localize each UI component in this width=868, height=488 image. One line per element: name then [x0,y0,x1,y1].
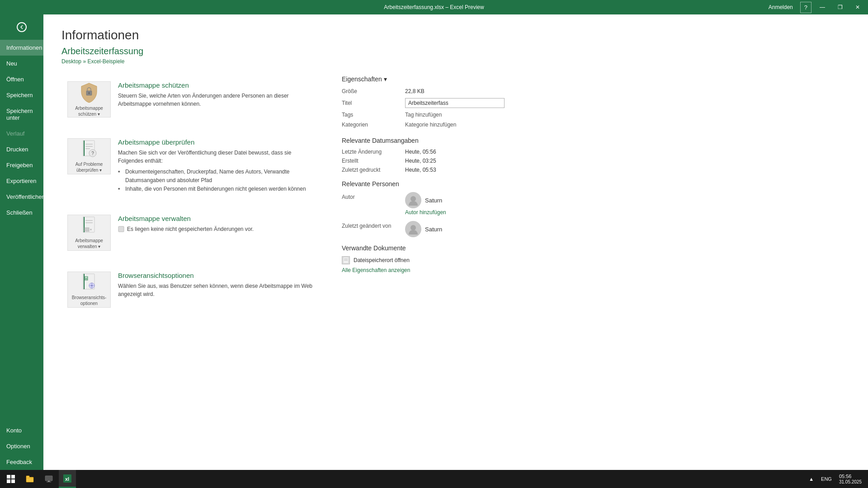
right-panel: Eigenschaften ▾ Größe 22,8 KB Titel Tags… [342,75,850,323]
card-icon-ueberpruefen[interactable]: ? Auf Problemeüberprüfen ▾ [67,138,111,174]
card-title-browseransicht[interactable]: Browseransichtsoptionen [118,272,318,279]
sidebar-item-verlauf: Verlauf [0,126,43,141]
close-button[interactable]: ✕ [851,2,864,12]
breadcrumb-excel-beispiele[interactable]: Excel-Beispiele [87,58,124,65]
svg-rect-35 [45,476,52,481]
svg-point-24 [410,196,416,202]
sidebar-item-freigeben[interactable]: Freigeben [0,157,43,173]
back-button[interactable] [13,18,31,36]
prop-label-titel: Titel [342,100,405,106]
card-title-ueberpruefen[interactable]: Arbeitsmappe überprüfen [118,138,318,146]
breadcrumb-separator: » [83,58,87,65]
taskbar-time[interactable]: 05:5631.05.2025 [836,472,864,486]
card-browseransicht: xl Browseransichts-optionen Browseransic… [61,266,324,314]
prop-input-titel[interactable] [405,98,505,108]
date-label-gedruckt: Zuletzt gedruckt [342,167,405,173]
card-icon-browseransicht[interactable]: xl Browseransichts-optionen [67,272,111,308]
card-body-verwalten: Arbeitsmappe verwalten Es liegen keine n… [118,215,318,233]
start-button[interactable] [2,470,20,488]
properties-header[interactable]: Eigenschaften ▾ [342,75,850,83]
card-bullets-ueberpruefen: Dokumenteigenschaften, Druckerpfad, Name… [118,168,318,194]
sidebar-item-konto[interactable]: Konto [0,422,43,438]
card-desc-schuetzen: Steuern Sie, welche Arten von Änderungen… [118,92,318,108]
svg-rect-30 [11,475,15,479]
back-arrow-icon [17,22,27,32]
card-title-schuetzen[interactable]: Arbeitsmappe schützen [118,81,318,89]
date-row-erstellt: Erstellt Heute, 03:25 [342,158,850,164]
sidebar-item-optionen[interactable]: Optionen [0,438,43,454]
file-explorer-button[interactable] [21,470,39,488]
svg-rect-16 [118,226,124,232]
restore-button[interactable]: ❐ [833,2,847,12]
card-desc-browseransicht: Wählen Sie aus, was Benutzer sehen könne… [118,282,318,298]
prop-link-tags[interactable]: Tag hinzufügen [405,112,442,118]
sidebar-item-schliessen[interactable]: Schließen [0,205,43,221]
prop-row-tags: Tags Tag hinzufügen [342,112,850,118]
bullet-2: Inhalte, die von Personen mit Behinderun… [118,185,318,193]
svg-rect-13 [85,228,89,231]
taskbar-right: ▲ ENG 05:5631.05.2025 [806,472,868,486]
sidebar-item-informationen[interactable]: Informationen [0,40,43,56]
sidebar-item-exportieren[interactable]: Exportieren [0,173,43,189]
minimize-button[interactable]: — [815,2,830,12]
person-info-autor: Saturn Autor hinzufügen [405,192,446,216]
content-grid: Arbeitsmappeschützen ▾ Arbeitsmappe schü… [61,75,850,323]
date-value-letzte: Heute, 05:56 [405,149,436,155]
svg-rect-18 [84,274,85,289]
person-row-zuletzt: Zuletzt geändert von Saturn [342,221,850,237]
related-item-dateispeicherort[interactable]: Dateispeicherort öffnen [342,256,850,264]
sidebar: Informationen Neu Öffnen Speichern Speic… [0,14,43,470]
person-row-autor: Autor Saturn Autor hinzufügen [342,192,850,216]
prop-link-kategorien[interactable]: Kategorie hinzufügen [405,122,456,128]
person-label-zuletzt: Zuletzt geändert von [342,221,405,229]
sidebar-item-veroffentlichen[interactable]: Veröffentlichen [0,189,43,205]
breadcrumb: Desktop » Excel-Beispiele [61,58,850,65]
person-name-zuletzt: Saturn [425,226,442,233]
bullet-1: Dokumenteigenschaften, Druckerpfad, Name… [118,168,318,185]
card-ueberpruefen: ? Auf Problemeüberprüfen ▾ Arbeitsmappe … [61,132,324,200]
taskbar-notifications[interactable]: ▲ [806,474,816,483]
taskbar-excel-app[interactable]: xl [59,470,76,488]
taskbar-language[interactable]: ENG [818,474,835,483]
svg-rect-1 [89,92,90,94]
date-row-gedruckt: Zuletzt gedruckt Heute, 05:53 [342,167,850,173]
prop-value-groesse: 22,8 KB [405,88,425,94]
sidebar-item-drucken[interactable]: Drucken [0,141,43,157]
person-card-zuletzt: Saturn [405,221,442,237]
card-icon-schuetzen[interactable]: Arbeitsmappeschützen ▾ [67,81,111,117]
date-label-letzte: Letzte Änderung [342,149,405,155]
card-title-verwalten[interactable]: Arbeitsmappe verwalten [118,215,318,222]
sidebar-item-speichern[interactable]: Speichern [0,87,43,103]
desktop-button[interactable] [40,470,58,488]
prop-label-groesse: Größe [342,88,405,94]
properties-dropdown-icon: ▾ [384,75,387,83]
left-panel: Arbeitsmappeschützen ▾ Arbeitsmappe schü… [61,75,324,323]
sidebar-item-feedback[interactable]: Feedback [0,454,43,470]
all-properties-link[interactable]: Alle Eigenschaften anzeigen [342,267,850,273]
breadcrumb-desktop[interactable]: Desktop [61,58,81,65]
card-verwalten: Arbeitsmappeverwalten ▾ Arbeitsmappe ver… [61,209,324,257]
title-bar-filename: Arbeitszeiterfassung.xlsx – Excel Previe… [384,4,484,10]
title-bar: Arbeitszeiterfassung.xlsx – Excel Previe… [0,0,868,14]
avatar-autor [405,192,421,208]
svg-rect-29 [7,475,10,479]
prop-label-kategorien: Kategorien [342,122,405,128]
sidebar-item-oeffnen[interactable]: Öffnen [0,71,43,87]
add-author-link[interactable]: Autor hinzufügen [405,209,446,216]
person-name-autor: Saturn [425,197,442,204]
svg-rect-3 [84,141,85,156]
svg-rect-37 [47,482,51,482]
card-body-browseransicht: Browseransichtsoptionen Wählen Sie aus, … [118,272,318,298]
sidebar-item-neu[interactable]: Neu [0,56,43,71]
sign-in-button[interactable]: Anmelden [765,2,797,12]
person-info-zuletzt: Saturn [405,221,442,237]
page-title: Informationen [61,28,850,42]
card-icon-verwalten[interactable]: Arbeitsmappeverwalten ▾ [67,215,111,251]
date-row-letzte: Letzte Änderung Heute, 05:56 [342,149,850,155]
card-desc-verwalten: Es liegen keine nicht gespeicherten Ände… [118,225,318,233]
prop-row-kategorien: Kategorien Kategorie hinzufügen [342,122,850,128]
svg-rect-36 [48,481,50,482]
sidebar-item-speichern-unter[interactable]: Speichern unter [0,103,43,126]
help-button[interactable]: ? [800,2,811,13]
svg-text:?: ? [91,151,94,156]
